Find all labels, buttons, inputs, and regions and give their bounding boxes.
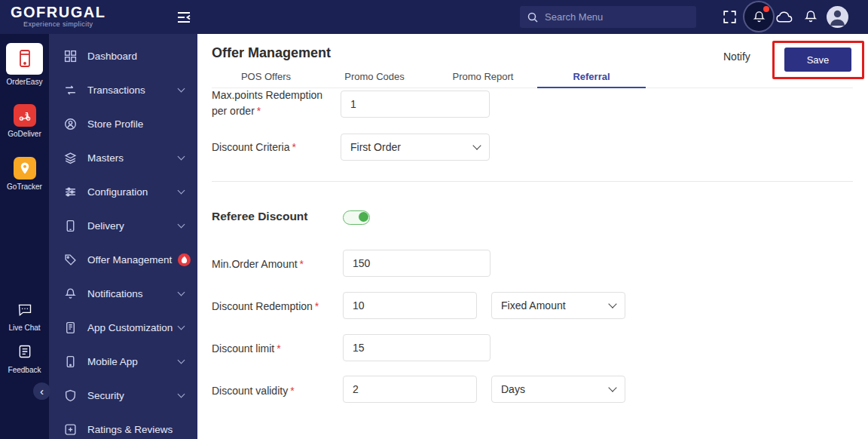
sidebar-item-mobile-app[interactable]: Mobile App <box>49 345 197 379</box>
rail-item-gotracker[interactable]: GoTracker <box>0 157 49 191</box>
chevron-down-icon <box>178 153 185 161</box>
rail-item-live-chat[interactable]: Live Chat <box>0 302 49 332</box>
expand-icon[interactable] <box>722 9 738 25</box>
sidebar-item-dashboard[interactable]: Dashboard <box>49 39 197 73</box>
sidebar-item-label: Delivery <box>87 220 124 232</box>
required-asterisk: * <box>315 300 319 312</box>
gotracker-pin-icon <box>18 161 32 175</box>
mobile-app-icon <box>64 355 77 368</box>
tab-promo-codes[interactable]: Promo Codes <box>320 68 429 87</box>
logo-text: GOFRUGAL <box>11 4 105 20</box>
referee-discount-heading: Referee Discount <box>212 210 307 223</box>
flame-icon <box>181 256 188 264</box>
sidebar-collapse-button[interactable]: ‹ <box>33 382 50 400</box>
sidebar-item-label: Mobile App <box>87 356 138 367</box>
delivery-icon <box>64 220 77 232</box>
logo: GOFRUGAL Experience simplicity <box>11 4 105 28</box>
required-asterisk: * <box>277 342 280 355</box>
validity-unit-select[interactable]: Days <box>491 376 625 403</box>
chevron-down-icon <box>178 221 185 229</box>
bell-icon <box>752 10 766 24</box>
sidebar-item-label: Security <box>87 390 124 401</box>
main-content: Offer Management Notify Save POS Offers … <box>197 34 868 439</box>
rail-item-label: GoDeliver <box>0 130 49 138</box>
section-divider <box>212 181 853 182</box>
rail-item-godeliver[interactable]: GoDeliver <box>0 104 49 138</box>
sidebar-item-security[interactable]: Security <box>49 379 197 413</box>
sidebar-item-label: Transactions <box>87 84 145 96</box>
discount-limit-input[interactable] <box>343 334 491 361</box>
tab-promo-report[interactable]: Promo Report <box>429 68 537 87</box>
app-customization-icon <box>64 321 77 334</box>
chevron-down-icon <box>178 391 185 398</box>
notify-button[interactable]: Notify <box>723 51 750 63</box>
sidebar-item-offer-management[interactable]: Offer Management <box>49 243 197 277</box>
sidebar-item-label: Store Profile <box>87 118 143 130</box>
sidebar-item-label: Configuration <box>87 186 148 198</box>
alerts-bell-icon[interactable] <box>803 9 818 24</box>
discount-limit-label: Discount limit* <box>212 341 281 357</box>
sidebar-item-label: App Customization <box>87 322 173 333</box>
max-points-input[interactable] <box>341 91 490 118</box>
discount-redemption-input[interactable] <box>343 292 477 319</box>
chevron-down-icon <box>178 289 185 296</box>
live-chat-icon <box>17 302 33 318</box>
app-root: GOFRUGAL Experience simplicity <box>0 0 868 439</box>
sidebar-item-label: Dashboard <box>87 51 137 62</box>
rail-item-label: OrderEasy <box>0 78 49 86</box>
rail-item-ordereasy[interactable]: OrderEasy <box>0 43 49 86</box>
discount-validity-input[interactable] <box>343 376 477 403</box>
sidebar-item-label: Ratings & Reviews <box>87 424 173 435</box>
user-icon <box>827 6 848 28</box>
chevron-down-icon <box>608 383 616 391</box>
tabs: POS Offers Promo Codes Promo Report Refe… <box>212 68 853 88</box>
required-asterisk: * <box>292 141 295 153</box>
ratings-icon <box>64 423 77 436</box>
shield-icon <box>64 389 77 402</box>
topbar: GOFRUGAL Experience simplicity <box>0 0 868 34</box>
sidebar-item-store-profile[interactable]: Store Profile <box>49 107 197 141</box>
feedback-icon <box>17 343 32 360</box>
rail-item-label: Live Chat <box>0 324 49 332</box>
sidebar-item-label: Masters <box>87 152 124 164</box>
select-value: Fixed Amount <box>501 299 566 312</box>
discount-type-select[interactable]: Fixed Amount <box>491 292 625 319</box>
sidebar-item-delivery[interactable]: Delivery <box>49 209 197 243</box>
sidebar-item-label: Notifications <box>87 288 143 299</box>
godeliver-icon <box>17 108 32 123</box>
offer-hot-badge <box>178 253 191 266</box>
sidebar-item-transactions[interactable]: Transactions <box>49 73 197 107</box>
chevron-down-icon <box>472 141 481 149</box>
max-points-label: Max.points Redemption per order* <box>212 87 340 119</box>
sidebar-item-configuration[interactable]: Configuration <box>49 175 197 209</box>
gotracker-badge <box>14 157 36 180</box>
ordereasy-icon <box>16 48 34 69</box>
chevron-down-icon <box>178 85 185 93</box>
search-box <box>520 6 696 28</box>
user-avatar[interactable] <box>827 6 848 28</box>
notifications-bell-button[interactable] <box>744 2 773 31</box>
sidebar-fold-icon[interactable] <box>175 8 193 26</box>
referee-discount-toggle[interactable] <box>343 210 370 225</box>
rail-item-feedback[interactable]: Feedback <box>0 343 49 374</box>
discount-criteria-select[interactable]: First Order <box>341 134 490 161</box>
sidebar-item-ratings-reviews[interactable]: Ratings & Reviews <box>49 413 197 439</box>
logo-tagline: Experience simplicity <box>11 20 105 28</box>
sidebar-item-notifications[interactable]: Notifications <box>49 277 197 311</box>
search-input[interactable] <box>539 11 696 23</box>
cloud-sync-icon[interactable] <box>775 11 793 23</box>
sidebar-item-masters[interactable]: Masters <box>49 141 197 175</box>
page-title: Offer Management <box>212 45 331 61</box>
tab-pos-offers[interactable]: POS Offers <box>212 68 320 87</box>
discount-criteria-label: Discount Criteria* <box>212 140 296 155</box>
search-icon <box>527 11 539 23</box>
store-profile-icon <box>64 118 77 130</box>
min-order-input[interactable] <box>343 250 491 277</box>
notification-dot <box>763 6 769 12</box>
chevron-down-icon <box>178 187 185 195</box>
sidebar-item-app-customization[interactable]: App Customization <box>49 311 197 345</box>
chevron-down-icon <box>608 299 616 308</box>
tab-referral[interactable]: Referral <box>537 68 646 88</box>
notifications-icon <box>64 287 77 300</box>
godeliver-badge <box>14 104 36 127</box>
